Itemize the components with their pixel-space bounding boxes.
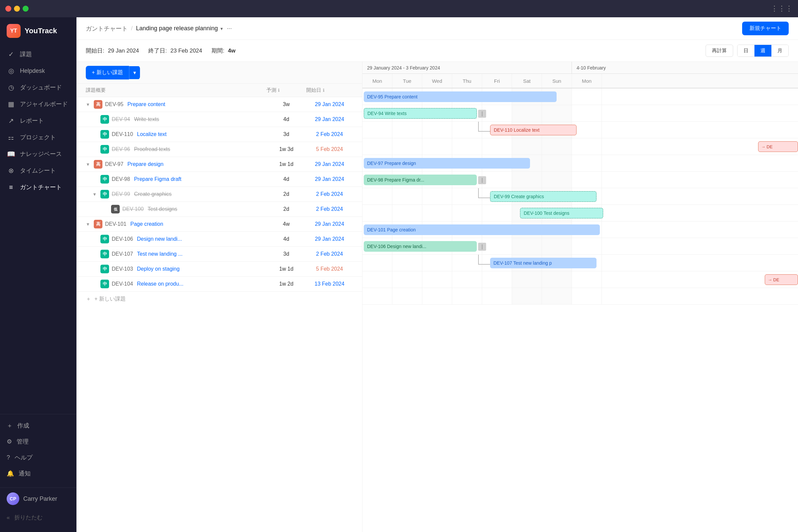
sidebar-item-timesheet[interactable]: ⊗ タイムシート: [0, 162, 76, 179]
add-new-task-row[interactable]: ＋ + 新しい課題: [76, 291, 362, 307]
gantt-bar-95[interactable]: DEV-95 Prepare content: [364, 92, 557, 102]
expand-button-99[interactable]: ▼: [92, 192, 98, 197]
sidebar-item-agile[interactable]: ▦ アジャイルボード: [0, 96, 76, 112]
logo[interactable]: YT YouTrack: [0, 24, 76, 46]
sidebar-item-gantt[interactable]: ≡ ガントチャート: [0, 179, 76, 195]
gantt-row-110: DEV-110 Localize text: [362, 122, 798, 138]
sidebar-label-admin: 管理: [17, 438, 28, 445]
breadcrumb-current: Landing page release planning ▾ ···: [136, 25, 232, 32]
toolbar: 開始日: 29 Jan 2024 終了日: 23 Feb 2024 期間: 4w…: [76, 40, 798, 62]
task-name-99: ▼ 中 DEV-99 Create graphics: [92, 190, 266, 198]
projects-icon: ⚏: [7, 133, 15, 141]
day-col-sun1: Sun: [542, 74, 572, 88]
priority-badge-94: 中: [100, 115, 109, 124]
gantt-row-106: DEV-106 Design new landi... |: [362, 238, 798, 255]
add-task-dropdown-button[interactable]: ▾: [129, 66, 140, 79]
sidebar-item-help[interactable]: ? ヘルプ: [0, 450, 76, 466]
new-chart-button[interactable]: 新規チャート: [742, 22, 789, 35]
gantt-bar-107[interactable]: DEV-107 Test new landing p: [490, 258, 596, 268]
day-col-wed1: Wed: [422, 74, 452, 88]
sidebar-item-issues[interactable]: ✓ 課題: [0, 46, 76, 62]
task-estimate-98: 4d: [266, 176, 306, 182]
gantt-bar-98[interactable]: DEV-98 Prepare Figma dr...: [364, 174, 477, 185]
gantt-cell: [482, 138, 512, 155]
view-month-button[interactable]: 月: [772, 45, 788, 57]
day-col-fri1: Fri: [482, 74, 512, 88]
sidebar-collapse[interactable]: « 折りたたむ: [0, 510, 76, 525]
sidebar-item-projects[interactable]: ⚏ プロジェクト: [0, 129, 76, 146]
expand-button-95[interactable]: ▼: [86, 102, 91, 107]
gantt-cell: [362, 205, 392, 221]
expand-button-101[interactable]: ▼: [86, 222, 91, 227]
sidebar-item-admin[interactable]: ⚙ 管理: [0, 434, 76, 450]
task-title-101[interactable]: Page creation: [130, 221, 163, 227]
gantt-bar-100[interactable]: DEV-100 Test designs: [520, 208, 603, 218]
task-date-96: 5 Feb 2024: [306, 146, 353, 152]
task-title-94[interactable]: Write texts: [134, 116, 159, 122]
user-section[interactable]: CP Carry Parker: [0, 488, 76, 510]
sidebar-item-create[interactable]: ＋ 作成: [0, 418, 76, 434]
expand-button-97[interactable]: ▼: [86, 162, 91, 167]
maximize-button[interactable]: [23, 6, 28, 12]
minimize-button[interactable]: [14, 6, 20, 12]
task-estimate-95: 3w: [266, 101, 306, 108]
breadcrumb-parent[interactable]: ガントチャート: [86, 25, 128, 33]
task-title-99[interactable]: Create graphics: [134, 191, 172, 197]
view-day-button[interactable]: 日: [738, 45, 755, 57]
gantt-bar-106[interactable]: DEV-106 Design new landi...: [364, 241, 477, 252]
view-week-button[interactable]: 週: [755, 45, 772, 57]
sidebar-bottom: ＋ 作成 ⚙ 管理 ? ヘルプ 🔔 通知: [0, 414, 76, 485]
sidebar-item-notifications[interactable]: 🔔 通知: [0, 466, 76, 481]
gantt-bar-94[interactable]: DEV-94 Write texts: [364, 108, 477, 119]
gantt-row-107: DEV-107 Test new landing p: [362, 255, 798, 271]
task-date-100: 2 Feb 2024: [306, 206, 353, 212]
estimate-info-icon[interactable]: ℹ: [278, 88, 280, 93]
help-icon: ?: [7, 454, 10, 461]
gantt-bar-101[interactable]: DEV-101 Page creation: [364, 225, 600, 235]
task-title-110[interactable]: Localize text: [137, 131, 167, 137]
titlebar-menu-icon[interactable]: ⋮⋮⋮: [771, 4, 793, 13]
col-header-estimate: 予測 ℹ: [266, 87, 306, 93]
table-row: ▶ 中 DEV-104 Release on produ... 1w 2d 13…: [76, 277, 362, 291]
close-button[interactable]: [5, 6, 11, 12]
sidebar-item-helpdesk[interactable]: ◎ Helpdesk: [0, 62, 76, 79]
col-header-start: 開始日 ℹ: [306, 87, 353, 93]
start-info-icon[interactable]: ℹ: [323, 88, 324, 93]
gantt-cell: [392, 255, 422, 271]
priority-badge-99: 中: [100, 190, 109, 198]
logo-text: YouTrack: [25, 26, 57, 35]
gantt-bar-110[interactable]: DEV-110 Localize text: [490, 125, 576, 135]
collapse-label: 折りたたむ: [14, 514, 42, 521]
priority-badge-98: 中: [100, 175, 109, 184]
recalc-button[interactable]: 再計算: [706, 44, 733, 57]
sidebar-item-knowledge[interactable]: 📖 ナレッジベース: [0, 146, 76, 162]
task-title-104[interactable]: Release on produ...: [137, 281, 184, 287]
sidebar-item-reports[interactable]: ↗ レポート: [0, 112, 76, 129]
task-title-100[interactable]: Test designs: [148, 206, 177, 212]
add-task-plus-icon: ＋: [86, 296, 91, 303]
gantt-cell: [542, 138, 572, 155]
sidebar-item-dashboard[interactable]: ◷ ダッシュボード: [0, 79, 76, 96]
gantt-cell: [512, 271, 542, 288]
task-title-97[interactable]: Prepare design: [127, 161, 164, 167]
task-title-95[interactable]: Prepare content: [127, 101, 165, 108]
logo-icon: YT: [7, 24, 21, 38]
gantt-row-98: DEV-98 Prepare Figma dr... |: [362, 172, 798, 188]
chevron-down-icon[interactable]: ▾: [221, 26, 223, 31]
task-title-96[interactable]: Proofread texts: [134, 146, 170, 152]
more-icon[interactable]: ···: [227, 25, 232, 32]
gantt-cell: [512, 288, 542, 304]
task-estimate-104: 1w 2d: [266, 281, 306, 287]
task-title-107[interactable]: Test new landing ...: [137, 251, 183, 257]
gantt-bar-99[interactable]: DEV-99 Create graphics: [490, 191, 596, 202]
task-title-98[interactable]: Prepare Figma draft: [134, 176, 181, 182]
gantt-cell: [392, 188, 422, 205]
gantt-cell: [452, 138, 482, 155]
gantt-cell: [572, 89, 602, 105]
gantt-cell: [482, 172, 512, 188]
table-row: ▶ 中 DEV-98 Prepare Figma draft 4d 29 Jan…: [76, 172, 362, 187]
task-title-106[interactable]: Design new landi...: [137, 236, 182, 242]
task-title-103[interactable]: Deploy on staging: [137, 266, 179, 272]
add-task-button[interactable]: + 新しい課題: [86, 66, 129, 79]
gantt-bar-97[interactable]: DEV-97 Prepare design: [364, 158, 530, 169]
